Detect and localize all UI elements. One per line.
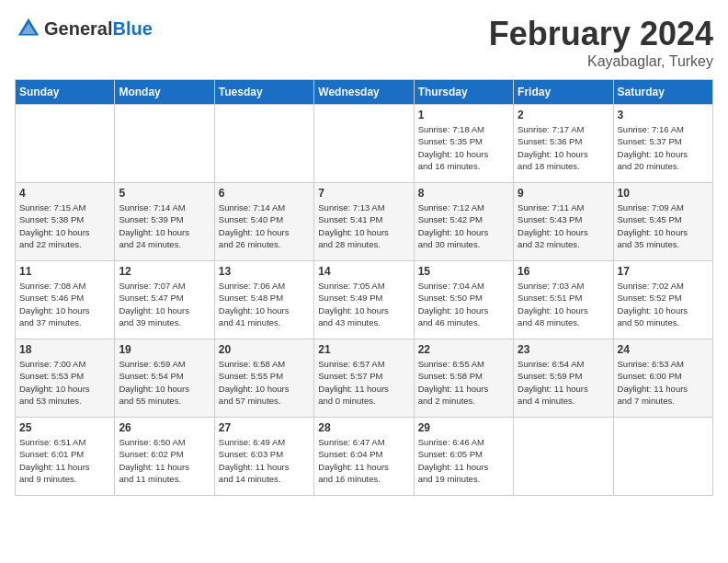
day-number: 12 (119, 265, 210, 278)
calendar-week-row: 1Sunrise: 7:18 AMSunset: 5:35 PMDaylight… (16, 105, 713, 183)
calendar-cell (214, 105, 313, 183)
calendar-cell: 22Sunrise: 6:55 AMSunset: 5:58 PMDayligh… (414, 339, 513, 418)
calendar-cell: 28Sunrise: 6:47 AMSunset: 6:04 PMDayligh… (314, 418, 414, 496)
day-info: Sunrise: 6:46 AMSunset: 6:05 PMDaylight:… (418, 436, 509, 485)
calendar-week-row: 25Sunrise: 6:51 AMSunset: 6:01 PMDayligh… (16, 418, 713, 496)
day-info: Sunrise: 6:59 AMSunset: 5:54 PMDaylight:… (119, 358, 210, 407)
day-number: 22 (418, 343, 509, 356)
month-title: February 2024 (489, 15, 713, 53)
day-info: Sunrise: 6:58 AMSunset: 5:55 PMDaylight:… (219, 358, 310, 407)
day-info: Sunrise: 7:02 AMSunset: 5:52 PMDaylight:… (618, 280, 709, 328)
calendar-cell: 16Sunrise: 7:03 AMSunset: 5:51 PMDayligh… (514, 261, 613, 339)
day-number: 14 (318, 265, 409, 278)
calendar-header-row: SundayMondayTuesdayWednesdayThursdayFrid… (16, 80, 713, 105)
day-number: 25 (19, 421, 110, 434)
day-number: 21 (318, 343, 409, 356)
calendar-week-row: 11Sunrise: 7:08 AMSunset: 5:46 PMDayligh… (16, 261, 713, 339)
calendar-cell: 24Sunrise: 6:53 AMSunset: 6:00 PMDayligh… (613, 339, 712, 418)
col-header-saturday: Saturday (613, 80, 712, 105)
day-number: 5 (119, 187, 210, 200)
calendar-week-row: 4Sunrise: 7:15 AMSunset: 5:38 PMDaylight… (16, 183, 713, 261)
day-number: 1 (418, 109, 509, 121)
day-info: Sunrise: 7:12 AMSunset: 5:42 PMDaylight:… (418, 201, 509, 250)
logo-icon (15, 15, 42, 42)
col-header-monday: Monday (115, 80, 214, 105)
calendar-cell: 14Sunrise: 7:05 AMSunset: 5:49 PMDayligh… (314, 261, 414, 339)
day-number: 9 (518, 187, 609, 200)
day-info: Sunrise: 7:11 AMSunset: 5:43 PMDaylight:… (518, 201, 609, 250)
logo: GeneralBlue (15, 15, 153, 42)
day-info: Sunrise: 7:03 AMSunset: 5:51 PMDaylight:… (518, 280, 609, 328)
logo-text-blue: Blue (112, 18, 152, 39)
calendar-cell: 1Sunrise: 7:18 AMSunset: 5:35 PMDaylight… (414, 105, 513, 183)
day-info: Sunrise: 6:53 AMSunset: 6:00 PMDaylight:… (618, 358, 709, 407)
calendar-cell: 2Sunrise: 7:17 AMSunset: 5:36 PMDaylight… (514, 105, 613, 183)
day-info: Sunrise: 6:51 AMSunset: 6:01 PMDaylight:… (19, 436, 110, 485)
calendar-cell (16, 105, 115, 183)
calendar-cell: 19Sunrise: 6:59 AMSunset: 5:54 PMDayligh… (115, 339, 214, 418)
day-info: Sunrise: 7:14 AMSunset: 5:40 PMDaylight:… (219, 201, 310, 250)
col-header-wednesday: Wednesday (314, 80, 414, 105)
calendar-cell: 17Sunrise: 7:02 AMSunset: 5:52 PMDayligh… (613, 261, 712, 339)
day-number: 16 (518, 265, 609, 278)
col-header-tuesday: Tuesday (214, 80, 313, 105)
calendar-cell: 29Sunrise: 6:46 AMSunset: 6:05 PMDayligh… (414, 418, 513, 496)
day-number: 4 (19, 187, 110, 200)
day-info: Sunrise: 7:00 AMSunset: 5:53 PMDaylight:… (19, 358, 110, 407)
day-info: Sunrise: 7:05 AMSunset: 5:49 PMDaylight:… (318, 280, 409, 328)
calendar-cell: 8Sunrise: 7:12 AMSunset: 5:42 PMDaylight… (414, 183, 513, 261)
day-number: 29 (418, 421, 509, 434)
calendar-cell: 20Sunrise: 6:58 AMSunset: 5:55 PMDayligh… (214, 339, 313, 418)
day-number: 17 (618, 265, 709, 278)
calendar-cell (613, 418, 712, 496)
day-number: 11 (19, 265, 110, 278)
day-number: 3 (618, 109, 709, 121)
day-number: 20 (219, 343, 310, 356)
day-number: 8 (418, 187, 509, 200)
calendar-week-row: 18Sunrise: 7:00 AMSunset: 5:53 PMDayligh… (16, 339, 713, 418)
day-info: Sunrise: 6:47 AMSunset: 6:04 PMDaylight:… (318, 436, 409, 485)
calendar-cell: 13Sunrise: 7:06 AMSunset: 5:48 PMDayligh… (214, 261, 313, 339)
day-number: 28 (318, 421, 409, 434)
logo-text-general: General (44, 18, 112, 39)
calendar-cell: 26Sunrise: 6:50 AMSunset: 6:02 PMDayligh… (115, 418, 214, 496)
day-info: Sunrise: 7:15 AMSunset: 5:38 PMDaylight:… (19, 201, 110, 250)
calendar-cell (115, 105, 214, 183)
day-number: 15 (418, 265, 509, 278)
calendar-cell: 10Sunrise: 7:09 AMSunset: 5:45 PMDayligh… (613, 183, 712, 261)
day-number: 2 (518, 109, 609, 121)
day-info: Sunrise: 7:06 AMSunset: 5:48 PMDaylight:… (219, 280, 310, 328)
calendar-cell (514, 418, 613, 496)
calendar-cell: 6Sunrise: 7:14 AMSunset: 5:40 PMDaylight… (214, 183, 313, 261)
day-number: 24 (618, 343, 709, 356)
day-info: Sunrise: 7:04 AMSunset: 5:50 PMDaylight:… (418, 280, 509, 328)
calendar-table: SundayMondayTuesdayWednesdayThursdayFrid… (15, 79, 713, 496)
day-info: Sunrise: 7:13 AMSunset: 5:41 PMDaylight:… (318, 201, 409, 250)
day-info: Sunrise: 7:18 AMSunset: 5:35 PMDaylight:… (418, 123, 509, 172)
day-number: 26 (119, 421, 210, 434)
calendar-cell: 21Sunrise: 6:57 AMSunset: 5:57 PMDayligh… (314, 339, 414, 418)
day-info: Sunrise: 7:14 AMSunset: 5:39 PMDaylight:… (119, 201, 210, 250)
day-info: Sunrise: 6:50 AMSunset: 6:02 PMDaylight:… (119, 436, 210, 485)
location-subtitle: Kayabaglar, Turkey (489, 53, 713, 70)
day-number: 10 (618, 187, 709, 200)
day-info: Sunrise: 6:55 AMSunset: 5:58 PMDaylight:… (418, 358, 509, 407)
calendar-cell: 9Sunrise: 7:11 AMSunset: 5:43 PMDaylight… (514, 183, 613, 261)
day-number: 7 (318, 187, 409, 200)
day-info: Sunrise: 7:16 AMSunset: 5:37 PMDaylight:… (618, 123, 709, 172)
calendar-cell: 23Sunrise: 6:54 AMSunset: 5:59 PMDayligh… (514, 339, 613, 418)
calendar-cell: 4Sunrise: 7:15 AMSunset: 5:38 PMDaylight… (16, 183, 115, 261)
calendar-cell: 25Sunrise: 6:51 AMSunset: 6:01 PMDayligh… (16, 418, 115, 496)
day-info: Sunrise: 7:08 AMSunset: 5:46 PMDaylight:… (19, 280, 110, 328)
day-info: Sunrise: 6:49 AMSunset: 6:03 PMDaylight:… (219, 436, 310, 485)
day-info: Sunrise: 7:17 AMSunset: 5:36 PMDaylight:… (518, 123, 609, 172)
day-info: Sunrise: 6:57 AMSunset: 5:57 PMDaylight:… (318, 358, 409, 407)
calendar-cell: 11Sunrise: 7:08 AMSunset: 5:46 PMDayligh… (16, 261, 115, 339)
day-number: 23 (518, 343, 609, 356)
col-header-sunday: Sunday (16, 80, 115, 105)
day-number: 27 (219, 421, 310, 434)
day-number: 19 (119, 343, 210, 356)
day-info: Sunrise: 7:07 AMSunset: 5:47 PMDaylight:… (119, 280, 210, 328)
col-header-friday: Friday (514, 80, 613, 105)
day-info: Sunrise: 7:09 AMSunset: 5:45 PMDaylight:… (618, 201, 709, 250)
